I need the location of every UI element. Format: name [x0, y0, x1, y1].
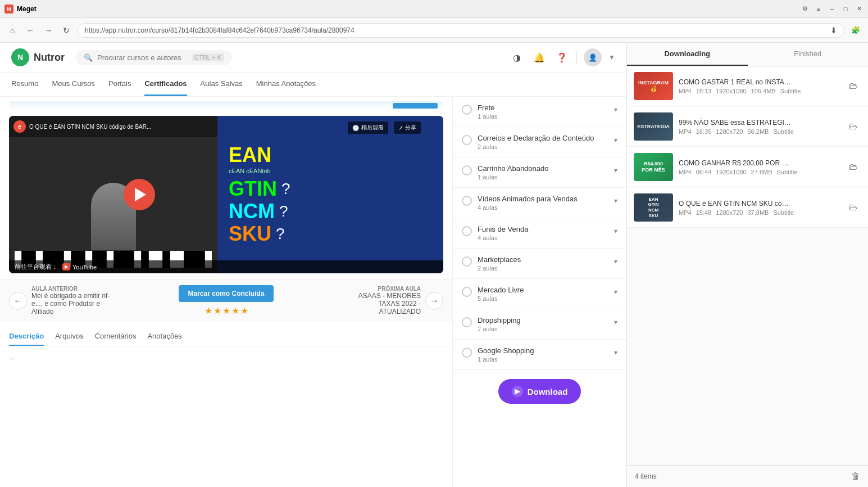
folder-icon-2[interactable]: 🗁 [846, 119, 861, 134]
settings-icon[interactable]: ⚙ [801, 4, 810, 13]
ean-row: EAN [229, 145, 271, 165]
mark-concluded-button[interactable]: Marcar como Concluída [179, 285, 273, 302]
share-btn[interactable]: ↗ 分享 [394, 121, 421, 134]
site-logo: N Nutror [11, 48, 65, 66]
ncm-row: NCM ? [229, 201, 288, 222]
folder-icon-4[interactable]: 🗁 [846, 200, 861, 215]
logo-letter: N [17, 53, 23, 62]
header-icons: ◑ 🔔 ❓ 👤 ▼ [509, 48, 615, 66]
watch-later-btn[interactable]: 🕐 稍后观看 [348, 121, 388, 134]
prev-arrow[interactable]: ← [9, 292, 27, 310]
duration-2: 16:35 [696, 128, 712, 135]
item-title-1: COMO GASTAR 1 REAL no INSTAGRAM e GAN [679, 78, 791, 86]
avatar[interactable]: 👤 [584, 48, 602, 66]
back-button[interactable]: ← [24, 24, 37, 37]
star-1[interactable]: ★ [204, 305, 212, 316]
next-arrow[interactable]: → [425, 292, 443, 310]
content-area: e O QUE é EAN GTIN NCM SKU código de BAR… [0, 97, 626, 487]
radio-funis[interactable] [462, 226, 472, 236]
item-info-3: COMO GANHAR R$ 200,00 POR DIA com es: MP… [679, 159, 840, 175]
prev-title: Mei é obrigado a emitir nf-e..., e como … [31, 292, 110, 315]
section-count: 4 aulas [478, 204, 608, 211]
nav-certificados[interactable]: Certificados [144, 73, 187, 96]
search-input[interactable] [97, 53, 187, 62]
chevron-down-icon: ▾ [614, 136, 617, 144]
section-title: Funis de Venda [478, 225, 608, 233]
forward-button[interactable]: → [42, 24, 55, 37]
menu-icon[interactable]: ≡ [814, 4, 823, 13]
maximize-button[interactable]: □ [841, 4, 850, 13]
star-3[interactable]: ★ [222, 305, 230, 316]
radio-dropshipping[interactable] [462, 317, 472, 327]
nav-portais[interactable]: Portais [108, 73, 131, 96]
list-item[interactable]: Mercado Livre 5 aulas ▾ [453, 279, 626, 309]
star-2[interactable]: ★ [213, 305, 221, 316]
tab-finished[interactable]: Finished [748, 43, 869, 66]
search-bar[interactable]: 🔍 CTRL + K [76, 50, 232, 65]
section-marketplaces: Marketplaces 2 aulas [478, 255, 608, 272]
gtin-label: GTIN [229, 179, 277, 199]
list-item[interactable]: Google Shopping 1 aulas ▾ [453, 340, 626, 370]
ncm-label: NCM [229, 201, 275, 222]
reload-button[interactable]: ↻ [60, 24, 73, 37]
radio-videos[interactable] [462, 196, 472, 206]
nav-aulas-salvas[interactable]: Aulas Salvas [201, 73, 243, 96]
list-item[interactable]: Marketplaces 2 aulas ▾ [453, 249, 626, 279]
account-dropdown-icon[interactable]: ▼ [608, 53, 615, 61]
radio-google-shopping[interactable] [462, 348, 472, 358]
url-bar[interactable]: https://app.nutror.com/curso/817b14fc2b3… [78, 23, 844, 38]
radio-marketplaces[interactable] [462, 256, 472, 267]
help-icon[interactable]: ❓ [554, 49, 570, 65]
list-item[interactable]: Funis de Venda 4 aulas ▾ [453, 218, 626, 249]
size-4: 37.8MB [747, 209, 769, 216]
section-title: Google Shopping [478, 346, 608, 355]
tab-anotacoes[interactable]: Anotações [147, 327, 181, 346]
nav-resumo[interactable]: Resumo [11, 73, 38, 96]
resolution-4: 1280x720 [716, 209, 743, 216]
format-3: MP4 [679, 169, 692, 175]
section-title: Marketplaces [478, 255, 608, 264]
section-count: 2 aulas [478, 326, 608, 332]
nav-meus-cursos[interactable]: Meus Cursos [52, 73, 95, 96]
video-overlay-buttons: 🕐 稍后观看 ↗ 分享 [348, 121, 421, 134]
trash-icon[interactable]: 🗑 [851, 471, 860, 481]
tab-comentarios[interactable]: Comentários [95, 327, 137, 346]
star-rating[interactable]: ★ ★ ★ ★ ★ [204, 305, 248, 316]
star-4[interactable]: ★ [231, 305, 239, 316]
list-item[interactable]: Correios e Declaração de Conteúdo 2 aula… [453, 127, 626, 157]
folder-icon-1[interactable]: 🗁 [846, 78, 861, 94]
tab-downloading[interactable]: Downloading [627, 43, 748, 66]
minimize-button[interactable]: ─ [828, 4, 837, 13]
next-info: PRÓXIMA AULA ASAAS - MENORES TAXAS 2022 … [342, 286, 421, 315]
close-button[interactable]: ✕ [855, 4, 864, 13]
list-item[interactable]: Dropshipping 2 aulas ▾ [453, 309, 626, 340]
radio-carrinho[interactable] [462, 165, 472, 175]
video-container: e O QUE é EAN GTIN NCM SKU código de BAR… [9, 116, 443, 273]
tab-descricao[interactable]: Descrição [9, 327, 44, 346]
extensions-icon[interactable]: 🧩 [849, 24, 862, 37]
thumbnail-3: R$4.000POR MÊS [634, 153, 673, 181]
download-button[interactable]: ▶ Download [498, 379, 581, 404]
radio-mercado-livre[interactable] [462, 287, 472, 297]
tab-arquivos[interactable]: Arquivos [55, 327, 84, 346]
list-item[interactable]: Frete 1 aulas ▾ [453, 97, 626, 127]
star-5[interactable]: ★ [240, 305, 248, 316]
notification-icon[interactable]: 🔔 [531, 49, 547, 65]
nav-minhas-anotacoes[interactable]: Minhas Anotações [256, 73, 316, 96]
contrast-icon[interactable]: ◑ [509, 49, 525, 65]
download-page-icon[interactable]: ⬇ [830, 26, 837, 35]
radio-correios[interactable] [462, 135, 472, 145]
app-name: Meget [17, 5, 37, 13]
section-title: Correios e Declaração de Conteúdo [478, 134, 608, 142]
subtitle-4: Subtitle [773, 209, 794, 216]
folder-icon-3[interactable]: 🗁 [846, 159, 861, 175]
section-funis: Funis de Venda 4 aulas [478, 225, 608, 241]
sku-row: SKU ? [229, 224, 285, 244]
list-item[interactable]: Vídeos Animados para Vendas 4 aulas ▾ [453, 188, 626, 218]
play-button[interactable] [124, 179, 155, 210]
chevron-down-icon: ▾ [614, 106, 617, 114]
list-item[interactable]: Carrinho Abandonado 1 aulas ▾ [453, 157, 626, 188]
radio-frete[interactable] [462, 105, 472, 115]
browser-icons: 🧩 [849, 24, 862, 37]
home-button[interactable]: ⌂ [6, 24, 19, 37]
